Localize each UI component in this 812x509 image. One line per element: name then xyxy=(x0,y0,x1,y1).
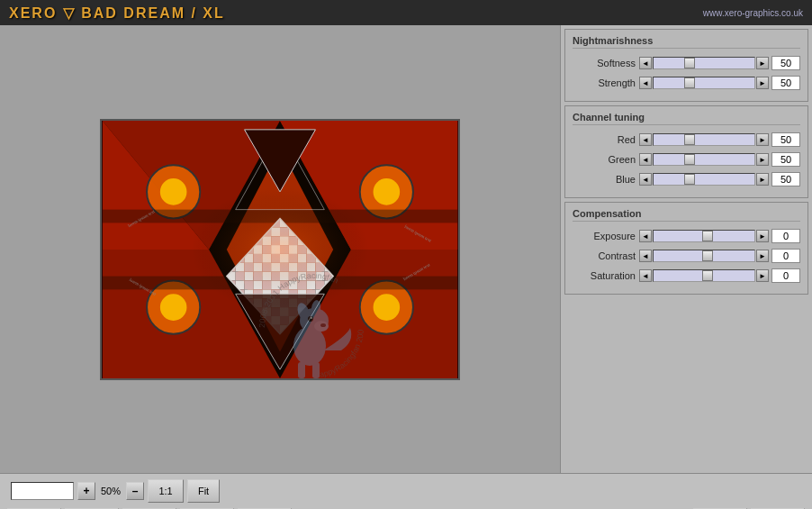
green-increase-button[interactable]: ► xyxy=(756,153,769,166)
saturation-slider-container: ◄ ► xyxy=(639,269,769,282)
red-row: Red ◄ ► 50 xyxy=(573,132,800,147)
blue-increase-button[interactable]: ► xyxy=(756,173,769,186)
strength-value[interactable]: 50 xyxy=(771,76,800,90)
softness-label: Softness xyxy=(573,58,636,68)
softness-value[interactable]: 50 xyxy=(771,56,800,70)
strength-track[interactable] xyxy=(653,77,755,89)
green-decrease-button[interactable]: ◄ xyxy=(639,153,652,166)
zoom-out-button[interactable]: – xyxy=(126,482,144,500)
zoom-row: + 50% – 1:1 Fit xyxy=(4,476,808,506)
blue-thumb xyxy=(684,174,695,185)
zoom-ratio-button[interactable]: 1:1 xyxy=(148,479,184,503)
exposure-label: Exposure xyxy=(573,231,636,241)
red-value[interactable]: 50 xyxy=(771,132,800,147)
svg-point-200 xyxy=(191,186,368,311)
blue-slider-container: ◄ ► xyxy=(639,173,769,186)
main-area: lorem ipsum text lorem ipsum text lorem … xyxy=(0,25,812,473)
red-increase-button[interactable]: ► xyxy=(756,133,769,146)
contrast-slider-container: ◄ ► xyxy=(639,250,769,262)
kaleidoscope-image: lorem ipsum text lorem ipsum text lorem … xyxy=(102,121,458,378)
saturation-row: Saturation ◄ ► 0 xyxy=(573,268,800,283)
exposure-slider-container: ◄ ► xyxy=(639,230,769,242)
red-decrease-button[interactable]: ◄ xyxy=(639,133,652,146)
exposure-decrease-button[interactable]: ◄ xyxy=(639,230,652,242)
softness-slider-container: ◄ ► xyxy=(639,57,769,69)
green-label: Green xyxy=(573,154,636,165)
exposure-increase-button[interactable]: ► xyxy=(756,230,769,242)
exposure-row: Exposure ◄ ► 0 xyxy=(573,229,800,243)
contrast-row: Contrast ◄ ► 0 xyxy=(573,249,800,263)
zoom-in-button[interactable]: + xyxy=(77,482,95,500)
contrast-value[interactable]: 0 xyxy=(771,249,800,263)
softness-thumb xyxy=(684,58,695,68)
strength-increase-button[interactable]: ► xyxy=(756,77,769,89)
right-panel: Nightmarishness Softness ◄ ► 50 Strength xyxy=(560,25,812,473)
green-thumb xyxy=(684,154,695,165)
strength-label: Strength xyxy=(573,77,636,88)
softness-increase-button[interactable]: ► xyxy=(756,57,769,69)
saturation-increase-button[interactable]: ► xyxy=(756,269,769,282)
exposure-thumb xyxy=(702,231,713,241)
blue-decrease-button[interactable]: ◄ xyxy=(639,173,652,186)
red-track[interactable] xyxy=(653,133,755,146)
strength-row: Strength ◄ ► 50 xyxy=(573,76,800,90)
red-slider-container: ◄ ► xyxy=(639,133,769,146)
contrast-label: Contrast xyxy=(573,250,636,261)
exposure-track[interactable] xyxy=(653,230,755,242)
saturation-thumb xyxy=(702,270,713,281)
softness-track[interactable] xyxy=(653,57,755,69)
saturation-value[interactable]: 0 xyxy=(771,268,800,283)
blue-label: Blue xyxy=(573,174,636,185)
saturation-track[interactable] xyxy=(653,269,755,282)
website-url: www.xero-graphics.co.uk xyxy=(703,8,803,18)
svg-point-14 xyxy=(374,178,401,205)
zoom-fit-button[interactable]: Fit xyxy=(187,479,220,503)
channel-tuning-header: Channel tuning xyxy=(573,112,800,125)
contrast-decrease-button[interactable]: ◄ xyxy=(639,250,652,262)
nightmarishness-section: Nightmarishness Softness ◄ ► 50 Strength xyxy=(564,29,808,102)
channel-tuning-section: Channel tuning Red ◄ ► 50 Green ◄ xyxy=(564,105,808,198)
contrast-thumb xyxy=(702,250,713,261)
bottom-toolbar: + 50% – 1:1 Fit Load Save Random Reset A… xyxy=(0,473,812,509)
title-bar: XERO ▽ BAD DREAM / XL www.xero-graphics.… xyxy=(0,0,812,25)
svg-point-16 xyxy=(374,294,401,321)
compensation-header: Compensation xyxy=(573,208,800,222)
compensation-section: Compensation Exposure ◄ ► 0 Contrast xyxy=(564,202,808,295)
svg-point-15 xyxy=(160,294,187,321)
green-row: Green ◄ ► 50 xyxy=(573,152,800,167)
red-label: Red xyxy=(573,134,636,145)
canvas-area: lorem ipsum text lorem ipsum text lorem … xyxy=(0,25,560,473)
softness-row: Softness ◄ ► 50 xyxy=(573,56,800,70)
contrast-track[interactable] xyxy=(653,250,755,262)
softness-decrease-button[interactable]: ◄ xyxy=(639,57,652,69)
blue-row: Blue ◄ ► 50 xyxy=(573,172,800,186)
nightmarishness-header: Nightmarishness xyxy=(573,35,800,49)
exposure-value[interactable]: 0 xyxy=(771,229,800,243)
contrast-increase-button[interactable]: ► xyxy=(756,250,769,262)
blue-value[interactable]: 50 xyxy=(771,172,800,186)
image-container: lorem ipsum text lorem ipsum text lorem … xyxy=(100,119,460,380)
saturation-decrease-button[interactable]: ◄ xyxy=(639,269,652,282)
svg-point-13 xyxy=(160,178,187,205)
green-track[interactable] xyxy=(653,153,755,166)
zoom-input[interactable] xyxy=(11,482,74,500)
strength-slider-container: ◄ ► xyxy=(639,77,769,89)
strength-decrease-button[interactable]: ◄ xyxy=(639,77,652,89)
zoom-percent-label: 50% xyxy=(101,486,121,496)
red-thumb xyxy=(684,134,695,145)
blue-track[interactable] xyxy=(653,173,755,186)
app-title: XERO ▽ BAD DREAM / XL xyxy=(9,5,225,22)
saturation-label: Saturation xyxy=(573,270,636,281)
strength-thumb xyxy=(684,77,695,88)
green-value[interactable]: 50 xyxy=(771,152,800,167)
green-slider-container: ◄ ► xyxy=(639,153,769,166)
